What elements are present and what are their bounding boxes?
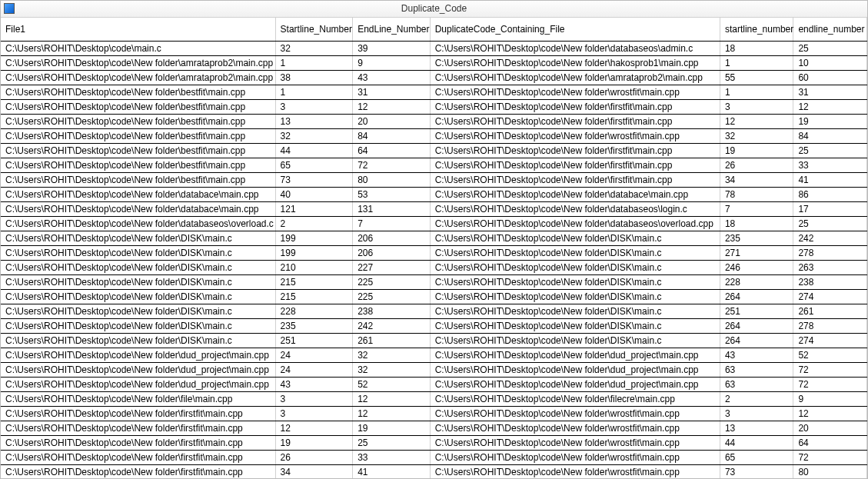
cell-file1: C:\Users\ROHIT\Desktop\code\New folder\f…: [1, 406, 275, 421]
cell-startline2: 63: [720, 377, 793, 391]
cell-startline2: 1: [720, 85, 793, 99]
table-row[interactable]: C:\Users\ROHIT\Desktop\code\New folder\D…: [1, 231, 867, 245]
cell-dupfile: C:\Users\ROHIT\Desktop\code\New folder\D…: [430, 245, 720, 260]
cell-startline: 73: [275, 172, 353, 187]
cell-endline: 19: [353, 421, 431, 435]
cell-endline2: 274: [793, 333, 867, 348]
col-header-endline2[interactable]: endline_number: [793, 18, 867, 42]
cell-startline: 121: [275, 201, 353, 216]
cell-file1: C:\Users\ROHIT\Desktop\code\New folder\D…: [1, 333, 275, 348]
cell-endline2: 84: [793, 128, 867, 143]
cell-startline2: 63: [720, 362, 793, 377]
cell-startline2: 78: [720, 187, 793, 201]
cell-startline2: 32: [720, 128, 793, 143]
cell-file1: C:\Users\ROHIT\Desktop\code\New folder\f…: [1, 421, 275, 435]
table-row[interactable]: C:\Users\ROHIT\Desktop\code\New folder\D…: [1, 260, 867, 274]
table-row[interactable]: C:\Users\ROHIT\Desktop\code\main.c3239C:…: [1, 41, 867, 55]
table-row[interactable]: C:\Users\ROHIT\Desktop\code\New folder\f…: [1, 391, 867, 406]
cell-file1: C:\Users\ROHIT\Desktop\code\New folder\b…: [1, 128, 275, 143]
table-row[interactable]: C:\Users\ROHIT\Desktop\code\New folder\b…: [1, 85, 867, 99]
cell-startline: 215: [275, 289, 353, 304]
table-row[interactable]: C:\Users\ROHIT\Desktop\code\New folder\f…: [1, 435, 867, 450]
cell-endline2: 31: [793, 85, 867, 99]
cell-startline2: 44: [720, 435, 793, 450]
cell-endline2: 80: [793, 464, 867, 478]
cell-endline: 53: [353, 187, 431, 201]
col-header-endline[interactable]: EndLine_Number: [353, 18, 431, 42]
cell-startline: 19: [275, 435, 353, 450]
table-row[interactable]: C:\Users\ROHIT\Desktop\code\New folder\d…: [1, 362, 867, 377]
table-row[interactable]: C:\Users\ROHIT\Desktop\code\New folder\b…: [1, 128, 867, 143]
cell-dupfile: C:\Users\ROHIT\Desktop\code\New folder\d…: [430, 348, 720, 362]
table-row[interactable]: C:\Users\ROHIT\Desktop\code\New folder\f…: [1, 406, 867, 421]
cell-startline: 24: [275, 362, 353, 377]
col-header-startline2[interactable]: startline_number: [720, 18, 793, 42]
table-row[interactable]: C:\Users\ROHIT\Desktop\code\New folder\b…: [1, 99, 867, 114]
table-row[interactable]: C:\Users\ROHIT\Desktop\code\New folder\b…: [1, 114, 867, 128]
cell-startline2: 235: [720, 231, 793, 245]
cell-endline: 12: [353, 99, 431, 114]
table-row[interactable]: C:\Users\ROHIT\Desktop\code\New folder\D…: [1, 318, 867, 333]
titlebar[interactable]: Duplicate_Code: [1, 1, 867, 18]
cell-endline: 80: [353, 172, 431, 187]
table-row[interactable]: C:\Users\ROHIT\Desktop\code\New folder\d…: [1, 348, 867, 362]
cell-dupfile: C:\Users\ROHIT\Desktop\code\New folder\D…: [430, 289, 720, 304]
cell-dupfile: C:\Users\ROHIT\Desktop\code\New folder\d…: [430, 187, 720, 201]
cell-startline2: 65: [720, 450, 793, 464]
cell-endline2: 72: [793, 362, 867, 377]
table-row[interactable]: C:\Users\ROHIT\Desktop\code\New folder\d…: [1, 216, 867, 231]
cell-endline: 131: [353, 201, 431, 216]
cell-startline: 2: [275, 216, 353, 231]
table-row[interactable]: C:\Users\ROHIT\Desktop\code\New folder\f…: [1, 464, 867, 478]
table-row[interactable]: C:\Users\ROHIT\Desktop\code\New folder\b…: [1, 172, 867, 187]
cell-file1: C:\Users\ROHIT\Desktop\code\New folder\D…: [1, 260, 275, 274]
cell-dupfile: C:\Users\ROHIT\Desktop\code\New folder\d…: [430, 41, 720, 55]
cell-dupfile: C:\Users\ROHIT\Desktop\code\New folder\w…: [430, 435, 720, 450]
window-title: Duplicate_Code: [401, 3, 467, 14]
col-header-startline[interactable]: Startline_Number: [275, 18, 353, 42]
cell-endline2: 72: [793, 377, 867, 391]
cell-dupfile: C:\Users\ROHIT\Desktop\code\New folder\w…: [430, 464, 720, 478]
col-header-dupfile[interactable]: DuplicateCode_Containing_File: [430, 18, 720, 42]
cell-startline: 210: [275, 260, 353, 274]
table-row[interactable]: C:\Users\ROHIT\Desktop\code\New folder\d…: [1, 201, 867, 216]
table-scroll-area[interactable]: File1 Startline_Number EndLine_Number Du…: [1, 18, 867, 478]
cell-startline: 44: [275, 143, 353, 158]
table-row[interactable]: C:\Users\ROHIT\Desktop\code\New folder\D…: [1, 333, 867, 348]
cell-endline2: 278: [793, 318, 867, 333]
table-row[interactable]: C:\Users\ROHIT\Desktop\code\New folder\d…: [1, 377, 867, 391]
col-header-file1[interactable]: File1: [1, 18, 275, 42]
cell-dupfile: C:\Users\ROHIT\Desktop\code\New folder\w…: [430, 421, 720, 435]
cell-dupfile: C:\Users\ROHIT\Desktop\code\New folder\w…: [430, 450, 720, 464]
cell-endline: 238: [353, 304, 431, 318]
cell-startline2: 18: [720, 216, 793, 231]
cell-dupfile: C:\Users\ROHIT\Desktop\code\New folder\f…: [430, 172, 720, 187]
cell-startline2: 2: [720, 391, 793, 406]
cell-file1: C:\Users\ROHIT\Desktop\code\New folder\d…: [1, 348, 275, 362]
app-icon: [4, 3, 15, 14]
cell-startline2: 264: [720, 333, 793, 348]
table-row[interactable]: C:\Users\ROHIT\Desktop\code\New folder\a…: [1, 55, 867, 70]
table-row[interactable]: C:\Users\ROHIT\Desktop\code\New folder\D…: [1, 289, 867, 304]
table-row[interactable]: C:\Users\ROHIT\Desktop\code\New folder\D…: [1, 304, 867, 318]
cell-endline: 72: [353, 158, 431, 172]
table-row[interactable]: C:\Users\ROHIT\Desktop\code\New folder\f…: [1, 421, 867, 435]
duplicate-code-table: File1 Startline_Number EndLine_Number Du…: [1, 18, 867, 478]
table-row[interactable]: C:\Users\ROHIT\Desktop\code\New folder\b…: [1, 143, 867, 158]
table-row[interactable]: C:\Users\ROHIT\Desktop\code\New folder\a…: [1, 70, 867, 85]
table-row[interactable]: C:\Users\ROHIT\Desktop\code\New folder\b…: [1, 158, 867, 172]
table-row[interactable]: C:\Users\ROHIT\Desktop\code\New folder\D…: [1, 274, 867, 289]
table-row[interactable]: C:\Users\ROHIT\Desktop\code\New folder\d…: [1, 187, 867, 201]
cell-file1: C:\Users\ROHIT\Desktop\code\New folder\f…: [1, 391, 275, 406]
cell-endline: 9: [353, 55, 431, 70]
table-row[interactable]: C:\Users\ROHIT\Desktop\code\New folder\D…: [1, 245, 867, 260]
cell-file1: C:\Users\ROHIT\Desktop\code\New folder\b…: [1, 114, 275, 128]
app-window: Duplicate_Code File1 Startline_Number En…: [0, 0, 868, 479]
cell-file1: C:\Users\ROHIT\Desktop\code\main.c: [1, 41, 275, 55]
cell-dupfile: C:\Users\ROHIT\Desktop\code\New folder\d…: [430, 362, 720, 377]
cell-dupfile: C:\Users\ROHIT\Desktop\code\New folder\w…: [430, 85, 720, 99]
table-row[interactable]: C:\Users\ROHIT\Desktop\code\New folder\f…: [1, 450, 867, 464]
cell-startline: 32: [275, 41, 353, 55]
cell-dupfile: C:\Users\ROHIT\Desktop\code\New folder\D…: [430, 318, 720, 333]
cell-startline2: 12: [720, 114, 793, 128]
